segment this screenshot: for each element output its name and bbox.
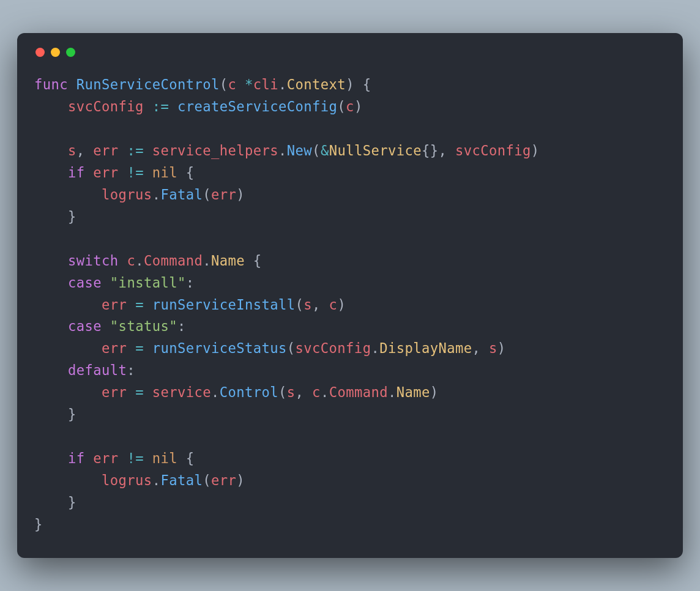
code-token [119, 143, 127, 158]
code-token: Context [287, 76, 346, 92]
code-token: createServiceConfig [177, 98, 337, 114]
code-token: } [34, 406, 76, 422]
code-token: logrus [102, 187, 152, 203]
code-token [68, 76, 76, 92]
code-token: switch [68, 253, 119, 269]
code-token [119, 253, 127, 269]
code-token [34, 472, 102, 488]
code-token: != [127, 165, 144, 180]
code-token: err [211, 187, 236, 203]
code-token: err [102, 340, 127, 356]
code-token [34, 98, 68, 114]
code-token: . [278, 76, 287, 92]
code-token [119, 450, 127, 466]
code-token: ( [203, 472, 211, 488]
code-token: , [296, 384, 313, 400]
code-token: { [245, 253, 262, 269]
code-token: c [127, 253, 135, 269]
code-token: svcConfig [296, 340, 371, 356]
code-token: service [152, 384, 211, 400]
code-token [236, 76, 245, 92]
code-token: default [68, 362, 127, 378]
code-token: err [93, 165, 118, 180]
code-token: Fatal [160, 472, 203, 488]
code-token: . [388, 384, 397, 400]
code-token: ( [296, 297, 304, 313]
code-token: nil [152, 450, 177, 466]
code-token: : [127, 362, 135, 378]
code-token [127, 297, 135, 313]
code-block: func RunServiceControl(c *cli.Context) {… [34, 74, 666, 536]
code-token: { [177, 165, 195, 180]
code-token: c [312, 384, 321, 400]
code-token: . [371, 340, 379, 356]
code-token: "status" [110, 318, 177, 334]
code-token: , [76, 143, 94, 158]
code-token: } [34, 209, 76, 225]
code-token: = [135, 297, 144, 313]
code-token: s [303, 297, 312, 313]
code-token: DisplayName [379, 340, 472, 356]
code-token: s [68, 143, 76, 158]
code-token: Control [220, 384, 278, 400]
code-token [34, 253, 68, 269]
code-token: nil [152, 165, 177, 180]
code-token [144, 340, 152, 356]
window-controls [35, 48, 666, 57]
code-token: ( [203, 187, 211, 203]
code-token: , [312, 297, 329, 313]
minimize-icon[interactable] [51, 48, 60, 57]
code-token: != [127, 450, 144, 466]
code-token: ) [497, 340, 506, 356]
code-token: runServiceInstall [152, 297, 296, 313]
code-token: := [127, 143, 144, 158]
code-token: ) { [346, 76, 371, 92]
close-icon[interactable] [35, 48, 45, 57]
code-token [85, 450, 94, 466]
code-token [34, 275, 68, 291]
code-token [144, 297, 152, 313]
code-token: . [152, 472, 161, 488]
code-token: ) [236, 472, 245, 488]
code-token [34, 450, 68, 466]
code-token: ( [220, 76, 228, 92]
code-token [34, 143, 68, 158]
code-token: , [472, 340, 490, 356]
code-token [34, 297, 102, 313]
code-token [127, 340, 135, 356]
code-token [34, 187, 102, 203]
maximize-icon[interactable] [66, 48, 75, 57]
code-token: & [321, 143, 329, 158]
code-token: if [68, 450, 85, 466]
code-token: {}, [422, 143, 455, 158]
code-token [144, 143, 152, 158]
code-token: ) [531, 143, 540, 158]
code-token: logrus [102, 472, 152, 488]
code-token: if [68, 165, 85, 180]
code-token: Fatal [160, 187, 203, 203]
code-token: err [211, 472, 236, 488]
code-token: ( [287, 340, 296, 356]
code-token [34, 340, 102, 356]
code-token: . [278, 143, 287, 158]
code-token: . [321, 384, 329, 400]
code-token: : [177, 318, 186, 334]
code-token: ) [354, 98, 363, 114]
code-token: cli [253, 76, 278, 92]
code-token: RunServiceControl [76, 76, 220, 92]
code-token: ( [312, 143, 321, 158]
code-token: s [489, 340, 497, 356]
code-token [169, 98, 177, 114]
code-token: err [102, 384, 127, 400]
code-token: s [287, 384, 296, 400]
code-token: New [287, 143, 312, 158]
code-token: func [34, 76, 68, 92]
code-token: } [34, 516, 43, 532]
code-token [119, 165, 127, 180]
code-token: := [152, 98, 169, 114]
code-token: NullService [329, 143, 422, 158]
code-token [34, 318, 68, 334]
code-token: Command [144, 253, 203, 269]
code-token: ) [337, 297, 346, 313]
code-token [144, 98, 152, 114]
